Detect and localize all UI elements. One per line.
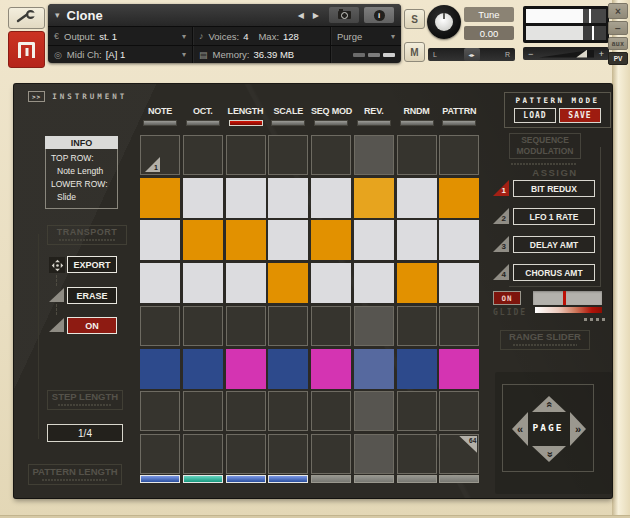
snapshot-button[interactable] <box>329 7 359 23</box>
close-button[interactable]: × <box>608 3 628 19</box>
pattern-length-bar-3[interactable] <box>226 475 266 483</box>
step-cell-r6-c3[interactable] <box>226 349 266 389</box>
pattern-length-bar-4[interactable] <box>268 475 308 483</box>
step-cell-r5-c6[interactable] <box>354 306 394 346</box>
step-cell-r6-c4[interactable] <box>268 349 308 389</box>
mute-button[interactable]: M <box>404 42 425 62</box>
step-cell-r3-c7[interactable] <box>397 220 437 260</box>
pattern-length-bar-5[interactable] <box>311 475 351 483</box>
step-cell-r2-c7[interactable] <box>397 178 437 218</box>
sequencer-on-button[interactable]: ON <box>67 317 117 334</box>
column-tab-4[interactable] <box>271 120 305 126</box>
step-cell-r4-c2[interactable] <box>183 263 223 303</box>
step-length-value[interactable]: 1/4 <box>47 424 123 442</box>
step-cell-r5-c5[interactable] <box>311 306 351 346</box>
pv-button[interactable]: PV <box>608 52 628 65</box>
step-cell-r8-c7[interactable] <box>397 434 437 474</box>
step-cell-r2-c1[interactable] <box>140 178 180 218</box>
column-tab-1[interactable] <box>143 120 177 126</box>
step-cell-r8-c8[interactable]: 64 <box>439 434 479 474</box>
pattern-length-bar-8[interactable] <box>439 475 479 483</box>
step-cell-r3-c2[interactable] <box>183 220 223 260</box>
step-cell-r5-c1[interactable] <box>140 306 180 346</box>
step-cell-r3-c4[interactable] <box>268 220 308 260</box>
step-cell-r7-c5[interactable] <box>311 391 351 431</box>
assign-slot-number-4[interactable]: 4 <box>493 264 509 280</box>
tune-knob[interactable] <box>427 5 461 39</box>
step-cell-r4-c5[interactable] <box>311 263 351 303</box>
column-tab-3[interactable] <box>229 120 263 126</box>
step-cell-r1-c6[interactable] <box>354 135 394 175</box>
column-tab-2[interactable] <box>186 120 220 126</box>
next-instrument-button[interactable]: ▶ <box>313 11 319 20</box>
assign-slot-bit-redux[interactable]: BIT REDUX <box>513 180 595 197</box>
pan-handle[interactable]: ◂▸ <box>464 48 480 61</box>
instrument-expand-button[interactable]: >> <box>28 91 45 102</box>
step-cell-r1-c2[interactable] <box>183 135 223 175</box>
step-cell-r5-c8[interactable] <box>439 306 479 346</box>
info-button[interactable]: i <box>364 7 394 23</box>
assign-slot-delay-amt[interactable]: DELAY AMT <box>513 236 595 253</box>
volume-minus[interactable]: − <box>528 49 533 59</box>
page-up-button[interactable]: « <box>532 396 566 412</box>
page-down-button[interactable]: « <box>532 446 566 462</box>
step-cell-r7-c4[interactable] <box>268 391 308 431</box>
step-cell-r6-c5[interactable] <box>311 349 351 389</box>
export-button[interactable]: EXPORT <box>67 256 117 273</box>
volume-plus[interactable]: + <box>599 49 604 59</box>
step-cell-r5-c3[interactable] <box>226 306 266 346</box>
step-cell-r6-c2[interactable] <box>183 349 223 389</box>
drag-export-icon[interactable] <box>49 257 65 273</box>
step-cell-r1-c4[interactable] <box>268 135 308 175</box>
step-cell-r2-c5[interactable] <box>311 178 351 218</box>
step-cell-r7-c1[interactable] <box>140 391 180 431</box>
step-cell-r4-c8[interactable] <box>439 263 479 303</box>
step-cell-r3-c5[interactable] <box>311 220 351 260</box>
step-cell-r5-c7[interactable] <box>397 306 437 346</box>
pattern-length-bar-2[interactable] <box>183 475 223 483</box>
step-cell-r7-c8[interactable] <box>439 391 479 431</box>
step-cell-r7-c2[interactable] <box>183 391 223 431</box>
glide-slider[interactable] <box>533 291 602 305</box>
step-cell-r4-c7[interactable] <box>397 263 437 303</box>
instrument-dropdown-caret[interactable]: ▾ <box>55 10 60 20</box>
step-cell-r2-c2[interactable] <box>183 178 223 218</box>
step-cell-r1-c5[interactable] <box>311 135 351 175</box>
column-tab-8[interactable] <box>442 120 476 126</box>
purge-menu[interactable]: Purge ▾ <box>330 27 401 45</box>
pattern-length-bar-6[interactable] <box>354 475 394 483</box>
step-cell-r7-c3[interactable] <box>226 391 266 431</box>
save-button[interactable]: SAVE <box>559 108 601 123</box>
step-cell-r3-c3[interactable] <box>226 220 266 260</box>
step-cell-r4-c6[interactable] <box>354 263 394 303</box>
assign-slot-lfo-1-rate[interactable]: LFO 1 RATE <box>513 208 595 225</box>
step-cell-r8-c4[interactable] <box>268 434 308 474</box>
midi-channel-select[interactable]: ◎ Midi Ch: [A] 1 ▾ <box>48 46 192 63</box>
step-cell-r2-c3[interactable] <box>226 178 266 218</box>
step-cell-r6-c6[interactable] <box>354 349 394 389</box>
step-cell-r2-c8[interactable] <box>439 178 479 218</box>
column-tab-5[interactable] <box>314 120 348 126</box>
step-cell-r2-c4[interactable] <box>268 178 308 218</box>
solo-button[interactable]: S <box>404 9 425 29</box>
step-cell-r3-c8[interactable] <box>439 220 479 260</box>
step-cell-r1-c3[interactable] <box>226 135 266 175</box>
step-cell-r7-c7[interactable] <box>397 391 437 431</box>
volume-slider[interactable]: − + <box>523 47 609 60</box>
step-cell-r6-c1[interactable] <box>140 349 180 389</box>
pattern-length-bar-7[interactable] <box>397 475 437 483</box>
step-cell-r5-c2[interactable] <box>183 306 223 346</box>
step-cell-r8-c2[interactable] <box>183 434 223 474</box>
step-cell-r3-c1[interactable] <box>140 220 180 260</box>
kontakt-logo-button[interactable] <box>8 31 45 68</box>
step-cell-r4-c4[interactable] <box>268 263 308 303</box>
step-cell-r4-c3[interactable] <box>226 263 266 303</box>
minimize-button[interactable]: − <box>608 21 628 35</box>
glide-slider-handle[interactable] <box>563 291 566 305</box>
aux-button[interactable]: aux <box>608 37 628 50</box>
output-select[interactable]: € Output: st. 1 ▾ <box>48 27 192 45</box>
assign-slot-number-3[interactable]: 3 <box>493 236 509 252</box>
pan-slider[interactable]: L ◂▸ R <box>428 48 515 61</box>
column-tab-7[interactable] <box>400 120 434 126</box>
pattern-length-bar-1[interactable] <box>140 475 180 483</box>
